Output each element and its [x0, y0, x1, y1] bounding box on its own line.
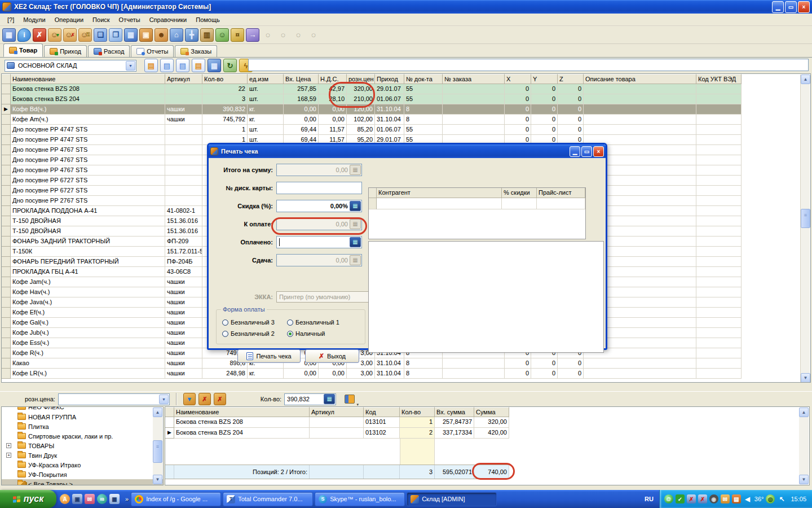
tab[interactable]: Расход — [88, 45, 130, 57]
toolbar-icon[interactable]: ⌂ — [170, 28, 183, 42]
payment-radio[interactable]: Наличный — [287, 328, 352, 339]
dialog-maximize-button[interactable]: ▭ — [581, 146, 592, 157]
toolbar-icon[interactable]: ○ — [276, 28, 290, 42]
print-receipt-button[interactable]: Печать чека — [237, 349, 301, 363]
cart-scrollbar[interactable]: ▲ ▼ — [799, 408, 809, 484]
input-field[interactable]: 0,00% ▦ — [276, 200, 362, 212]
subtoolbar-icon[interactable]: ▤ — [160, 59, 174, 72]
column-header[interactable]: Кол-во — [202, 74, 248, 84]
close-button[interactable]: × — [798, 1, 810, 13]
maximize-button[interactable]: ▭ — [785, 1, 797, 13]
scroll-up-icon[interactable]: ▲ — [153, 408, 162, 417]
subtoolbar-icon[interactable]: ↻ — [223, 59, 237, 72]
toolbar-icon[interactable]: ❐ — [109, 28, 122, 42]
menu-item[interactable]: Помощь — [192, 15, 224, 25]
toolbar-icon[interactable]: ☻ — [155, 28, 168, 42]
tree-item[interactable]: + Спиртовые краски, лаки и пр. — [2, 431, 163, 441]
tree-item[interactable]: + ТОВАРЫ — [2, 441, 163, 450]
tree-item[interactable]: + УФ-Краска Итрако — [2, 460, 163, 470]
column-header[interactable]: Приход — [375, 74, 404, 84]
tray-icon[interactable]: ▤ — [732, 494, 741, 503]
receipt-row[interactable]: ▶ Бокова стенка BZS 204 013102 2 337,173… — [165, 428, 809, 439]
table-row[interactable]: ▶ Дно посувне PP 4747 STS 1 шт. 69,44 11… — [2, 125, 810, 135]
payment-radio[interactable]: Безналичный 3 — [222, 317, 287, 328]
column-header[interactable]: Наименование — [11, 74, 165, 84]
input-field[interactable]: 0,00 ▦ — [276, 254, 362, 266]
subtoolbar-icon[interactable]: ▤ — [176, 59, 189, 72]
quantity-input[interactable]: 390,832 ▦ — [284, 393, 336, 405]
language-indicator[interactable]: RU — [645, 496, 654, 502]
column-header[interactable]: № док-та — [404, 74, 443, 84]
retail-price-combo[interactable]: ▼ — [58, 393, 170, 405]
empty-row[interactable] — [369, 198, 585, 209]
toolbar-icon[interactable]: ○ — [261, 28, 275, 42]
column-header-sorted[interactable]: розн.цен◺ — [347, 74, 375, 84]
warehouse-combo[interactable]: ОСНОВНОЙ СКЛАД ▼ — [5, 60, 136, 72]
start-button[interactable]: пуск — [0, 490, 56, 508]
column-header[interactable]: % скидки — [502, 188, 537, 198]
quick-launch-icon[interactable]: ✉ — [85, 494, 95, 504]
contractor-list-panel[interactable] — [368, 241, 604, 353]
main-table-scrollbar[interactable]: ▲ ▼ — [800, 75, 810, 383]
toolbar-icon[interactable]: → — [246, 28, 259, 42]
menu-item[interactable]: Операции — [51, 15, 87, 25]
menu-item[interactable]: [?] — [3, 15, 18, 25]
column-header[interactable]: Вх. Цена — [284, 74, 319, 84]
receipt-row[interactable]: ▶ Бокова стенка BZS 208 013101 1 257,847… — [165, 417, 809, 428]
tree-item[interactable]: + < Все Товары > — [2, 479, 163, 485]
menu-item[interactable]: Отчеты — [115, 15, 144, 25]
table-row[interactable]: ▶ Бокова стенка BZS 204 3 шт. 168,59 28,… — [2, 94, 810, 104]
toolbar-icon[interactable]: ✗ — [33, 28, 46, 42]
column-header[interactable]: Наименование — [174, 407, 310, 417]
toolbar-icon[interactable]: ╋ — [185, 28, 198, 42]
tray-icon[interactable]: ◀ — [743, 494, 752, 503]
taskbar-task-button[interactable]: Index of /g - Google ... — [131, 492, 221, 506]
input-field[interactable]: ▦ — [276, 182, 362, 194]
scroll-thumb[interactable] — [801, 209, 810, 228]
chevron-down-icon[interactable]: ▼ — [126, 61, 135, 71]
scroll-thumb[interactable] — [153, 440, 162, 463]
toolbar-icon[interactable]: ▣ — [139, 28, 153, 42]
table-row[interactable]: ▶ Кофе LR(ч.) чашки 248,98 кг. 0,00 0,00… — [2, 369, 810, 379]
scroll-down-icon[interactable]: ▼ — [799, 475, 809, 484]
tree-item[interactable]: + НЕО ФЛЕКС — [2, 407, 163, 412]
input-field[interactable]: 0,00 ▦ — [276, 164, 362, 176]
toolbar-icon[interactable]: ☺ — [215, 28, 229, 42]
chevron-down-icon[interactable]: ▼ — [159, 395, 169, 404]
scroll-up-icon[interactable]: ▲ — [799, 408, 809, 417]
quick-launch-icon[interactable]: ▦ — [109, 494, 120, 504]
toolbar-icon[interactable]: ○ — [292, 28, 305, 42]
input-field[interactable]: ▦ — [276, 236, 362, 248]
column-header[interactable]: X — [505, 74, 531, 84]
column-options-icon[interactable] — [345, 395, 355, 404]
tray-icon[interactable]: ↖ — [777, 494, 786, 503]
exit-button[interactable]: ✗ Выход — [305, 349, 359, 363]
payment-radio[interactable]: Безналичный 2 — [222, 328, 287, 339]
toolbar-icon[interactable]: ¤ — [231, 28, 244, 42]
cart-toolbar-icon[interactable]: ✗ — [214, 393, 226, 405]
dialog-close-button[interactable]: × — [593, 146, 604, 157]
taskbar-task-button[interactable]: T Total Commander 7.0... — [223, 492, 313, 506]
column-header[interactable]: Прайс-лист — [537, 188, 585, 198]
toolbar-icon[interactable]: i — [17, 28, 31, 42]
tray-icon[interactable]: @ — [664, 494, 673, 503]
column-header[interactable]: Описание товара — [584, 74, 696, 84]
tree-item[interactable]: + Твин Друк — [2, 450, 163, 460]
expand-icon[interactable]: + — [6, 443, 11, 448]
column-header[interactable]: Сумма — [474, 407, 509, 417]
tree-scrollbar[interactable]: ▲ ▼ — [153, 408, 162, 484]
tray-icon[interactable]: ◎ — [766, 494, 775, 503]
scroll-up-icon[interactable]: ▲ — [801, 75, 810, 84]
tree-item[interactable]: + Плитка — [2, 422, 163, 431]
column-header[interactable]: Вх. сумма — [435, 407, 474, 417]
toolbar-icon[interactable]: ☺⚿ — [78, 28, 92, 42]
column-header[interactable]: № заказа — [443, 74, 505, 84]
expand-icon[interactable]: + — [6, 453, 11, 458]
menu-item[interactable]: Поиск — [89, 15, 113, 25]
column-header[interactable]: Н.Д.С. — [319, 74, 347, 84]
column-header[interactable]: Артикул — [310, 407, 364, 417]
quick-launch-icon[interactable]: ▣ — [72, 494, 82, 504]
scroll-down-icon[interactable]: ▼ — [801, 373, 810, 383]
subtoolbar-icon[interactable]: ▦ — [208, 59, 221, 72]
table-row[interactable]: ▶ Какао чашки 898,6 кг. 0,00 0,00 3,00 3… — [2, 358, 810, 369]
